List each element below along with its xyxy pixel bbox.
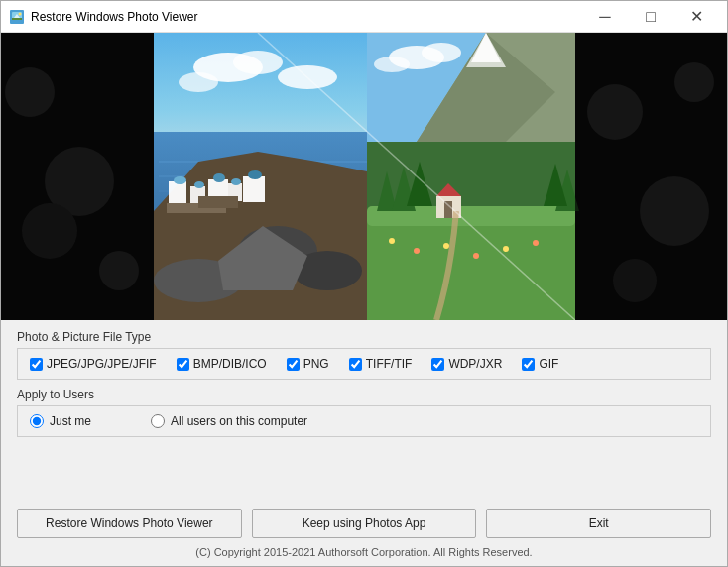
options-area: Photo & Picture File Type JPEG/JPG/JPE/J… xyxy=(1,320,727,503)
restore-button[interactable]: Restore Windows Photo Viewer xyxy=(17,509,242,538)
svg-rect-26 xyxy=(213,173,225,182)
svg-point-59 xyxy=(473,253,479,259)
keep-photos-button[interactable]: Keep using Photos App xyxy=(252,509,477,538)
svg-point-72 xyxy=(674,62,714,102)
checkbox-bmp-label: BMP/DIB/ICO xyxy=(193,357,267,371)
svg-rect-28 xyxy=(231,178,241,185)
window-title: Restore Windows Photo Viewer xyxy=(31,10,582,24)
checkbox-jpeg[interactable]: JPEG/JPG/JPE/JFIF xyxy=(30,357,157,371)
svg-point-57 xyxy=(414,248,420,254)
svg-rect-30 xyxy=(248,170,262,179)
app-window: Restore Windows Photo Viewer ─ □ ✕ xyxy=(0,0,728,567)
radio-all-users[interactable]: All users on this computer xyxy=(151,414,307,428)
checkbox-jpeg-input[interactable] xyxy=(30,358,43,371)
radio-just-me[interactable]: Just me xyxy=(30,414,91,428)
hero-image xyxy=(1,33,727,320)
apply-users-section: Apply to Users Just me All users on this… xyxy=(17,388,711,437)
checkbox-bmp-input[interactable] xyxy=(177,358,189,371)
svg-rect-29 xyxy=(243,176,265,202)
svg-point-69 xyxy=(587,84,643,140)
svg-point-14 xyxy=(179,72,218,92)
svg-point-66 xyxy=(99,251,139,290)
exit-button[interactable]: Exit xyxy=(486,509,711,538)
radio-just-me-label: Just me xyxy=(50,414,91,428)
radio-all-users-input[interactable] xyxy=(151,414,165,428)
svg-point-64 xyxy=(5,67,55,117)
checkbox-wdp-input[interactable] xyxy=(431,358,444,371)
app-icon xyxy=(9,9,25,25)
svg-point-44 xyxy=(422,43,461,62)
file-types-section: Photo & Picture File Type JPEG/JPG/JPE/J… xyxy=(17,330,711,380)
svg-point-13 xyxy=(233,51,283,74)
checkbox-wdp-label: WDP/JXR xyxy=(448,357,502,371)
svg-rect-55 xyxy=(444,201,452,218)
checkbox-gif-input[interactable] xyxy=(522,358,535,371)
svg-rect-46 xyxy=(367,211,575,320)
svg-point-61 xyxy=(533,240,539,246)
radio-all-users-label: All users on this computer xyxy=(171,414,307,428)
checkbox-gif[interactable]: GIF xyxy=(522,357,558,371)
apply-users-box: Just me All users on this computer xyxy=(17,405,711,437)
checkbox-jpeg-label: JPEG/JPG/JPE/JFIF xyxy=(47,357,157,371)
checkbox-png-label: PNG xyxy=(303,357,329,371)
file-types-label: Photo & Picture File Type xyxy=(17,330,711,344)
file-types-box: JPEG/JPG/JPE/JFIF BMP/DIB/ICO PNG TIFF/T… xyxy=(17,348,711,380)
svg-point-71 xyxy=(613,259,657,302)
checkbox-gif-label: GIF xyxy=(539,357,558,371)
minimize-button[interactable]: ─ xyxy=(582,1,628,33)
maximize-button[interactable]: □ xyxy=(628,1,673,33)
svg-point-67 xyxy=(22,203,77,259)
checkbox-tiff[interactable]: TIFF/TIF xyxy=(349,357,413,371)
svg-point-70 xyxy=(640,176,709,246)
svg-point-45 xyxy=(374,57,410,72)
svg-point-60 xyxy=(503,246,509,252)
buttons-row: Restore Windows Photo Viewer Keep using … xyxy=(1,503,727,542)
apply-users-label: Apply to Users xyxy=(17,388,711,401)
svg-rect-2 xyxy=(12,18,22,20)
svg-rect-22 xyxy=(174,176,186,184)
checkbox-tiff-label: TIFF/TIF xyxy=(366,357,413,371)
checkbox-png[interactable]: PNG xyxy=(287,357,329,371)
svg-point-4 xyxy=(19,12,22,15)
window-controls: ─ □ ✕ xyxy=(582,1,719,33)
svg-rect-21 xyxy=(169,181,186,203)
checkbox-bmp[interactable]: BMP/DIB/ICO xyxy=(177,357,267,371)
checkbox-tiff-input[interactable] xyxy=(349,358,362,371)
svg-point-56 xyxy=(389,238,395,244)
radio-just-me-input[interactable] xyxy=(30,414,44,428)
title-bar: Restore Windows Photo Viewer ─ □ ✕ xyxy=(1,1,727,33)
svg-rect-32 xyxy=(198,196,238,208)
copyright-text: (C) Copyright 2015-2021 Authorsoft Corpo… xyxy=(195,546,532,558)
footer: (C) Copyright 2015-2021 Authorsoft Corpo… xyxy=(1,542,727,566)
svg-point-58 xyxy=(443,243,449,249)
checkbox-png-input[interactable] xyxy=(287,358,300,371)
checkbox-wdp[interactable]: WDP/JXR xyxy=(431,357,502,371)
svg-rect-24 xyxy=(194,181,204,188)
close-button[interactable]: ✕ xyxy=(673,1,719,33)
